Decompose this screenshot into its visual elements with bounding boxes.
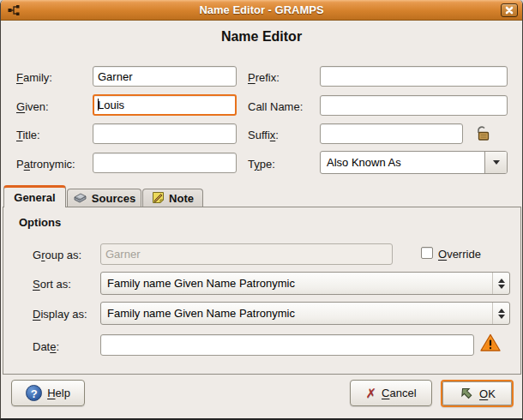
tab-note-label: Note — [169, 192, 194, 205]
page-title: Name Editor — [1, 29, 522, 45]
display-as-label: Display as: — [33, 308, 87, 321]
given-label: Given: — [16, 100, 49, 113]
general-tab-panel: Options Group as: Override Sort as: Fami… — [3, 207, 521, 375]
suffix-label: Suffix: — [248, 129, 279, 141]
display-as-value: Family name Given Name Patronymic — [101, 307, 492, 320]
tab-sources-label: Sources — [92, 192, 135, 205]
warning-icon — [479, 333, 502, 357]
options-heading: Options — [19, 216, 61, 229]
prefix-label: Prefix: — [248, 71, 280, 84]
titlebar: Name Editor - GRAMPS — [1, 0, 522, 21]
ok-button[interactable]: OK — [441, 380, 514, 407]
call-name-label: Call Name: — [248, 100, 303, 113]
sort-as-combobox[interactable]: Family name Given Name Patronymic — [100, 272, 510, 295]
date-field[interactable] — [100, 334, 474, 356]
help-icon: ? — [26, 385, 42, 401]
family-label: Family: — [16, 71, 52, 84]
given-field[interactable] — [93, 94, 237, 116]
tab-general-label: General — [14, 191, 55, 204]
prefix-field[interactable] — [320, 66, 508, 87]
spinner-arrows-icon — [492, 303, 509, 324]
cancel-button[interactable]: ✗ Cancel — [350, 380, 432, 406]
tab-note[interactable]: Note — [142, 189, 203, 207]
type-combobox[interactable]: Also Known As — [320, 151, 508, 174]
override-label[interactable]: Override — [438, 248, 481, 261]
help-button-label: Help — [47, 387, 70, 399]
group-as-field — [100, 243, 393, 265]
given-field-wrap — [93, 94, 237, 116]
ok-button-label: OK — [479, 387, 496, 400]
spinner-arrows-icon — [492, 273, 509, 294]
tab-sources[interactable]: Sources — [67, 189, 141, 207]
window-title: Name Editor - GRAMPS — [1, 3, 522, 16]
type-label: Type: — [248, 158, 275, 171]
help-button[interactable]: ? Help — [11, 380, 85, 406]
close-icon — [505, 6, 514, 15]
title-field[interactable] — [93, 123, 237, 144]
call-name-field[interactable] — [320, 95, 508, 116]
note-icon — [152, 191, 165, 207]
display-as-combobox[interactable]: Family name Given Name Patronymic — [100, 302, 510, 325]
suffix-field[interactable] — [320, 123, 463, 144]
tab-general[interactable]: General — [3, 185, 66, 207]
title-label: Title: — [16, 129, 40, 141]
override-checkbox[interactable] — [421, 247, 433, 259]
chevron-down-icon — [484, 152, 507, 173]
date-label: Date: — [33, 340, 59, 353]
patronymic-label: Patronymic: — [16, 158, 75, 171]
name-editor-dialog: Name Editor - GRAMPS Name Editor Family:… — [0, 0, 523, 420]
type-combobox-value: Also Known As — [321, 156, 484, 169]
ok-check-arrow-icon — [459, 385, 474, 403]
privacy-lock-icon[interactable] — [472, 124, 491, 147]
group-as-label: Group as: — [33, 249, 81, 261]
family-field[interactable] — [93, 66, 237, 87]
sort-as-label: Sort as: — [33, 278, 71, 291]
cancel-button-label: Cancel — [382, 387, 416, 399]
patronymic-field[interactable] — [93, 153, 237, 173]
cancel-x-icon: ✗ — [365, 387, 376, 399]
sort-as-value: Family name Given Name Patronymic — [101, 277, 492, 290]
close-button[interactable] — [501, 3, 518, 17]
text-caret — [98, 99, 99, 111]
book-icon — [73, 192, 87, 206]
